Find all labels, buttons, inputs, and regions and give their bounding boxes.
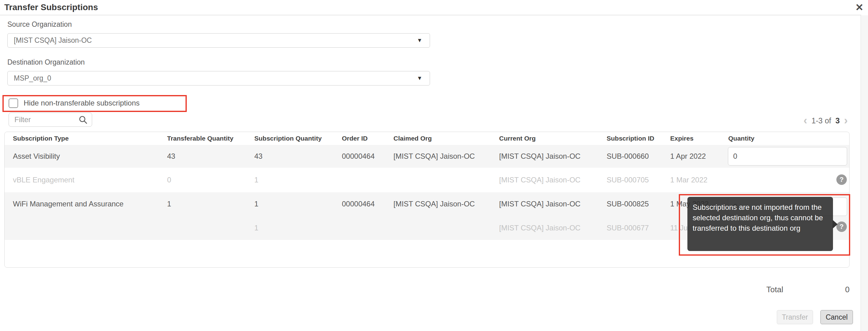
table-row: Asset Visibility 43 43 00000464 [MIST CS… bbox=[5, 145, 849, 168]
page-title: Transfer Subscriptions bbox=[4, 2, 98, 12]
pagination-total: 3 bbox=[835, 116, 840, 125]
chevron-left-icon[interactable]: ‹ bbox=[804, 115, 807, 126]
cell-expires: 1 Apr 2022 bbox=[670, 152, 706, 161]
cell-claimed-org: [MIST CSQA] Jaison-OC bbox=[394, 200, 475, 208]
column-header: Claimed Org bbox=[394, 135, 432, 142]
column-header: Expires bbox=[670, 135, 693, 142]
source-org-label: Source Organization bbox=[7, 20, 72, 29]
tooltip-text: Subscriptions are not imported from the … bbox=[693, 203, 823, 232]
cell-order-id: 00000464 bbox=[342, 200, 375, 208]
cell-subscription-id: SUB-000705 bbox=[607, 176, 649, 184]
column-header: Quantity bbox=[728, 135, 754, 142]
total-label: Total bbox=[725, 285, 783, 295]
cell-current-org: [MIST CSQA] Jaison-OC bbox=[499, 200, 581, 208]
cell-subscription-type: Asset Visibility bbox=[13, 152, 60, 161]
quantity-input-row1[interactable] bbox=[728, 147, 847, 165]
chevron-right-icon[interactable]: › bbox=[844, 115, 848, 126]
column-header: Subscription Quantity bbox=[254, 135, 321, 142]
cell-claimed-org: [MIST CSQA] Jaison-OC bbox=[394, 152, 475, 161]
cell-expires: 1 Mar 2022 bbox=[670, 176, 707, 184]
cell-subscription-qty: 1 bbox=[254, 224, 258, 232]
cell-transferable-qty: 43 bbox=[167, 152, 175, 161]
cell-subscription-qty: 1 bbox=[254, 176, 258, 184]
help-icon[interactable]: ? bbox=[836, 174, 847, 185]
cancel-button[interactable]: Cancel bbox=[820, 310, 853, 324]
column-header: Current Org bbox=[499, 135, 536, 142]
help-icon[interactable]: ? bbox=[836, 221, 847, 232]
cell-subscription-type: WiFi Management and Assurance bbox=[13, 200, 123, 208]
cell-subscription-id: SUB-000677 bbox=[607, 224, 649, 232]
column-header: Order ID bbox=[342, 135, 368, 142]
cell-current-org: [MIST CSQA] Jaison-OC bbox=[499, 176, 581, 184]
destination-org-label: Destination Organization bbox=[7, 58, 85, 66]
hide-nontransferable-label: Hide non-transferable subscriptions bbox=[24, 99, 140, 107]
pagination: ‹ 1-3 of 3 › bbox=[798, 114, 853, 127]
cell-current-org: [MIST CSQA] Jaison-OC bbox=[499, 224, 581, 232]
cell-order-id: 00000464 bbox=[342, 152, 375, 161]
cell-subscription-type: vBLE Engagement bbox=[13, 176, 74, 184]
column-header: Subscription ID bbox=[607, 135, 654, 142]
column-header: Subscription Type bbox=[13, 135, 69, 142]
pagination-range: 1-3 of bbox=[811, 116, 831, 125]
search-icon bbox=[79, 115, 87, 124]
destination-org-value: MSP_org_0 bbox=[14, 74, 51, 82]
table-row: vBLE Engagement 0 1 [MIST CSQA] Jaison-O… bbox=[5, 168, 849, 192]
cell-subscription-qty: 1 bbox=[254, 200, 258, 208]
column-header: Transferable Quantity bbox=[167, 135, 234, 142]
chevron-down-icon: ▼ bbox=[417, 72, 422, 85]
total-value: 0 bbox=[813, 285, 849, 295]
hide-nontransferable-row: Hide non-transferable subscriptions bbox=[9, 98, 140, 108]
transfer-button[interactable]: Transfer bbox=[777, 310, 813, 324]
hide-nontransferable-checkbox[interactable] bbox=[9, 99, 18, 108]
title-divider bbox=[0, 15, 861, 16]
cell-subscription-id: SUB-000660 bbox=[607, 152, 649, 161]
destination-org-select[interactable]: MSP_org_0 ▼ bbox=[7, 71, 430, 85]
cell-subscription-id: SUB-000825 bbox=[607, 200, 649, 208]
source-org-value: [MIST CSQA] Jaison-OC bbox=[14, 36, 92, 44]
transfer-subscriptions-modal: Transfer Subscriptions ✕ Source Organiza… bbox=[0, 0, 868, 331]
tooltip: Subscriptions are not imported from the … bbox=[687, 197, 833, 251]
close-icon[interactable]: ✕ bbox=[853, 1, 866, 13]
cell-transferable-qty: 0 bbox=[167, 176, 171, 184]
table-header-row: Subscription Type Transferable Quantity … bbox=[5, 132, 849, 145]
cell-transferable-qty: 1 bbox=[167, 200, 171, 208]
filter-field bbox=[9, 113, 92, 127]
cell-current-org: [MIST CSQA] Jaison-OC bbox=[499, 152, 581, 161]
chevron-down-icon: ▼ bbox=[417, 33, 422, 47]
cell-subscription-qty: 43 bbox=[254, 152, 262, 161]
total-row: Total 0 bbox=[725, 285, 849, 296]
scrollbar-track[interactable] bbox=[861, 16, 868, 331]
tooltip-arrow bbox=[833, 220, 838, 228]
source-org-select[interactable]: [MIST CSQA] Jaison-OC ▼ bbox=[7, 33, 430, 48]
